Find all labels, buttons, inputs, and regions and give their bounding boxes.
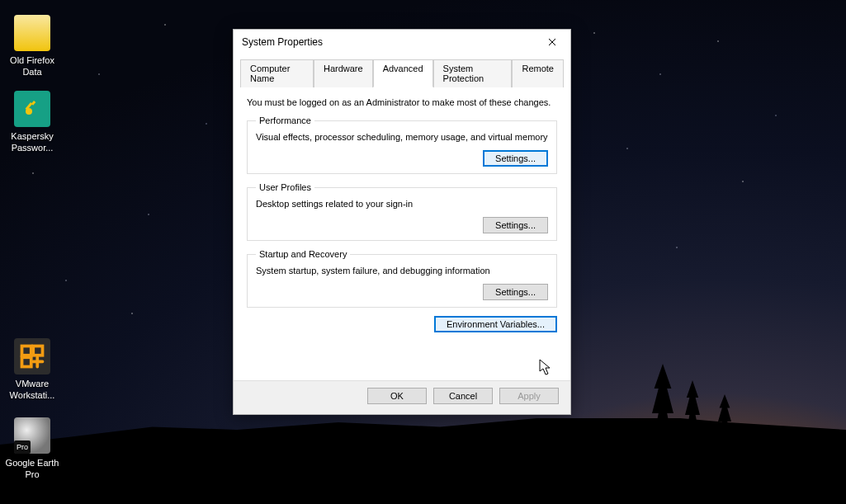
desktop-icon-vmware-workstation[interactable]: VMwareWorkstati... [0,338,64,401]
performance-settings-button[interactable]: Settings... [483,150,548,167]
svg-rect-3 [22,346,31,356]
svg-rect-4 [33,346,42,356]
desktop-icon-label: Old FirefoxData [0,54,64,78]
group-desc: Visual effects, processor scheduling, me… [256,132,548,142]
startup-recovery-settings-button[interactable]: Settings... [483,284,548,300]
dialog-title: System Properties [242,36,534,48]
environment-variables-button[interactable]: Environment Variables... [434,316,557,332]
group-performance: Performance Visual effects, processor sc… [247,115,557,174]
group-startup-recovery: Startup and Recovery System startup, sys… [247,249,557,308]
titlebar[interactable]: System Properties [234,30,570,54]
user-profiles-settings-button[interactable]: Settings... [483,217,548,233]
group-legend: User Profiles [256,182,314,192]
ok-button[interactable]: OK [367,388,427,404]
close-icon [548,38,556,46]
desktop-icon-label: Google EarthPro [0,457,64,480]
group-desc: Desktop settings related to your sign-in [256,199,548,209]
desktop-icon-kaspersky-password[interactable]: KasperskyPasswor... [0,91,64,153]
desktop[interactable]: Old FirefoxData KasperskyPasswor... VMwa… [0,0,846,504]
group-legend: Performance [256,115,314,125]
tab-advanced[interactable]: Advanced [373,59,433,87]
dialog-footer: OK Cancel Apply [234,380,570,414]
apply-button[interactable]: Apply [499,388,559,404]
svg-rect-2 [31,101,36,106]
group-legend: Startup and Recovery [256,249,350,259]
group-desc: System startup, system failure, and debu… [256,266,548,276]
tab-computer-name[interactable]: Computer Name [240,59,314,87]
desktop-icon-google-earth-pro[interactable]: Pro Google EarthPro [0,417,64,480]
globe-icon: Pro [14,417,50,454]
tab-body-advanced: You must be logged on as an Administrato… [234,87,570,380]
close-button[interactable] [534,30,570,54]
tab-remote[interactable]: Remote [512,59,564,87]
key-icon [14,91,50,127]
svg-rect-5 [22,357,31,366]
group-user-profiles: User Profiles Desktop settings related t… [247,182,557,241]
tab-row: Computer Name Hardware Advanced System P… [240,59,564,87]
tab-hardware[interactable]: Hardware [314,59,373,87]
vmware-icon [14,338,50,374]
pro-badge: Pro [14,440,31,454]
folder-icon [14,15,50,51]
cancel-button[interactable]: Cancel [433,388,493,404]
system-properties-dialog: System Properties Computer Name Hardware… [233,29,571,415]
desktop-icon-old-firefox-data[interactable]: Old FirefoxData [0,15,64,78]
desktop-icon-label: VMwareWorkstati... [0,378,64,401]
desktop-icon-label: KasperskyPasswor... [0,130,64,153]
admin-note: You must be logged on as an Administrato… [247,97,557,107]
tab-system-protection[interactable]: System Protection [433,59,513,87]
